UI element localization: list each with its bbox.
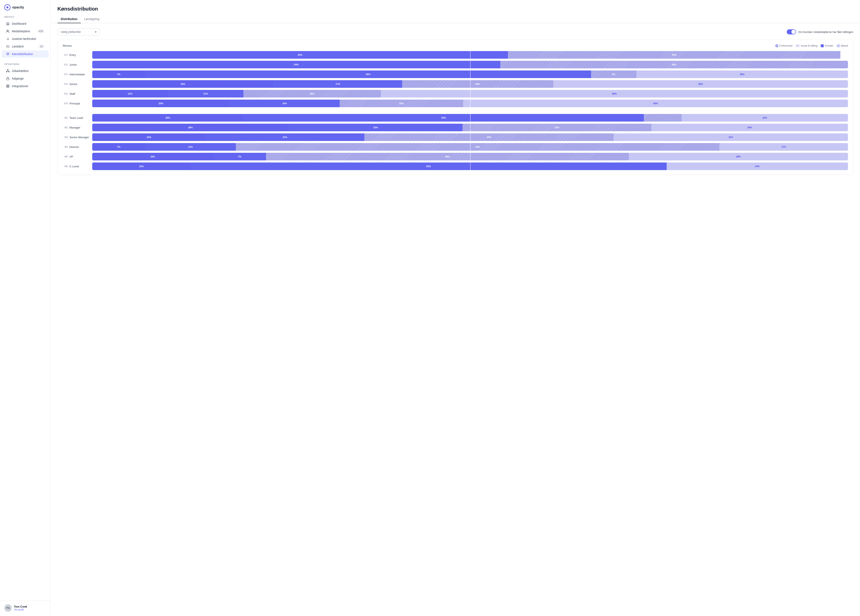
row-code: M2 [63, 126, 68, 129]
bar-segment-men-promoted: 25% [463, 124, 651, 131]
bar-midpoint-divider [470, 153, 471, 160]
sidebar-item-konsdistribution[interactable]: Kønsdistribution [2, 50, 49, 58]
bar-container: 54%46% [92, 61, 848, 68]
row-code: M3 [63, 136, 68, 138]
chevron-down-icon: ▾ [95, 30, 96, 34]
bar-segment-women-promoted: 15% [92, 133, 206, 141]
bar-container: 26%23%25%26% [92, 124, 848, 131]
sidebar-item-lonband[interactable]: Lønbånd 32 [2, 43, 49, 50]
bar-segment-women-promoted: 7% [92, 71, 145, 78]
table-row: IC4Senior24%17%20%39% [63, 80, 848, 88]
page-header: Kønsdistribution Distribution Lønstignin… [51, 0, 860, 23]
section-label-indsigt: Indsigt [0, 16, 50, 20]
row-label: Entry [69, 53, 91, 56]
bar-segment-women-hired: 55% [92, 51, 508, 59]
sidebar: opacity Indsigt Dashboard Medarbejdere 4… [0, 0, 51, 616]
row-label: Intermediate [69, 73, 91, 76]
medarbejdere-badge: 428 [37, 29, 44, 33]
row-label: Principal [69, 102, 91, 105]
logo-icon [4, 4, 11, 11]
sidebar-item-integrationer-label: Integrationer [12, 85, 28, 88]
avatar: TC [4, 604, 12, 612]
table-row: M6C-Level13%63%24% [63, 162, 848, 171]
row-label: Team Lead [69, 116, 91, 119]
legend-hired: Ansat til stilling [796, 44, 818, 47]
row-label: VP [69, 155, 91, 158]
bar-segment-women-hired: 12% [145, 143, 236, 150]
bar-segment-women-hired: 16% [230, 100, 340, 107]
dropdown-placeholder: Vælg jobfamilie [61, 30, 81, 34]
bar-midpoint-divider [470, 80, 471, 88]
svg-rect-25 [8, 86, 9, 87]
legend-women-label: Kvinder [825, 44, 833, 47]
sidebar-item-jobarkitektur-label: Jobarkitektur [12, 69, 29, 73]
bar-segment-women-hired: 53% [243, 114, 644, 122]
sidebar-item-adgange[interactable]: Adgange [2, 75, 49, 82]
bar-container: 16%7%48%29% [92, 153, 848, 160]
sidebar-item-medarbejdere-label: Medarbejdere [12, 30, 30, 33]
row-code: M1 [63, 116, 68, 119]
user-profile: TC Tom Cook Vis profil [0, 600, 50, 612]
row-label: Staff [69, 92, 91, 96]
org-icon [6, 69, 10, 73]
chart-rows: IC1Entry55%44%IC2Junior54%46%IC3Intermed… [63, 51, 848, 171]
svg-rect-22 [6, 78, 9, 80]
legend-hired-label: Ansat til stilling [801, 44, 818, 47]
bar-segment-women-promoted: 13% [92, 163, 190, 170]
bar-segment-women-promoted: 20% [92, 100, 230, 107]
jobfamilie-dropdown[interactable]: Vælg jobfamilie ▾ [57, 28, 100, 36]
section-label-opsaetning: Opsætning [0, 63, 50, 67]
section-gap [63, 109, 848, 112]
bar-segment-men-promoted: 44% [508, 51, 840, 59]
grid-icon [6, 84, 10, 88]
bar-midpoint-divider [470, 124, 471, 131]
logo: opacity [0, 4, 50, 16]
sidebar-item-integrationer[interactable]: Integrationer [2, 83, 49, 90]
row-code: IC3 [63, 73, 68, 75]
bar-container: 20%16%18%56% [92, 100, 848, 107]
legend-promoted-label: Forfremmet [779, 44, 793, 47]
toggle-switch[interactable] [787, 29, 796, 34]
lock-icon [6, 77, 10, 80]
bar-segment-women-hired: 17% [273, 80, 402, 88]
bar-segment-women-hired: 7% [213, 153, 266, 160]
bar-segment-men-promoted: 20% [402, 80, 553, 88]
profile-link[interactable]: Vis profil [14, 608, 27, 611]
scale-icon [6, 52, 10, 56]
row-label: Senior Manager [69, 136, 91, 139]
bar-midpoint-divider [470, 100, 471, 107]
bar-segment-men-promoted: 46% [500, 61, 848, 68]
row-label: Senior [69, 83, 91, 86]
row-code: IC6 [63, 102, 68, 105]
row-code: IC1 [63, 53, 68, 56]
bar-segment-women-promoted: 20% [92, 114, 243, 122]
page-content: Vælg jobfamilie ▾ Vis hvordan medarbejde… [51, 23, 860, 180]
bar-segment-women-hired: 54% [92, 61, 500, 68]
tabs: Distribution Lønstigning [57, 15, 853, 23]
controls-row: Vælg jobfamilie ▾ Vis hvordan medarbejde… [57, 28, 853, 36]
sidebar-item-dashboard[interactable]: Dashboard [2, 20, 49, 27]
row-label: Junior [69, 63, 91, 66]
chart-card: Niveau Forfremmet Ansat til stilling Kvi… [57, 40, 853, 175]
legend-men: Mænd [837, 44, 848, 47]
sidebar-item-justeret[interactable]: Justeret lønforskel [2, 35, 49, 42]
row-code: M5 [63, 155, 68, 158]
bar-midpoint-divider [470, 133, 471, 141]
tab-distribution[interactable]: Distribution [57, 15, 81, 23]
sidebar-item-medarbejdere[interactable]: Medarbejdere 428 [2, 28, 49, 35]
bar-container: 7%59%6%28% [92, 71, 848, 78]
tab-lonstigning[interactable]: Lønstigning [81, 15, 103, 23]
svg-rect-14 [7, 69, 8, 70]
table-row: M3Senior Manager15%21%33%31% [63, 133, 848, 141]
bar-segment-men-promoted [644, 114, 682, 122]
bar-segment-men-promoted: 18% [340, 100, 463, 107]
svg-rect-23 [6, 85, 8, 86]
sidebar-item-jobarkitektur[interactable]: Jobarkitektur [2, 67, 49, 75]
bar-segment-women-hired: 11% [168, 90, 243, 97]
svg-rect-16 [8, 72, 9, 72]
bar-container: 15%21%33%31% [92, 133, 848, 141]
bar-container: 55%44% [92, 51, 848, 59]
bar-midpoint-divider [470, 143, 471, 150]
table-row: M4Director7%12%64%17% [63, 143, 848, 151]
lonband-badge: 32 [38, 44, 44, 48]
